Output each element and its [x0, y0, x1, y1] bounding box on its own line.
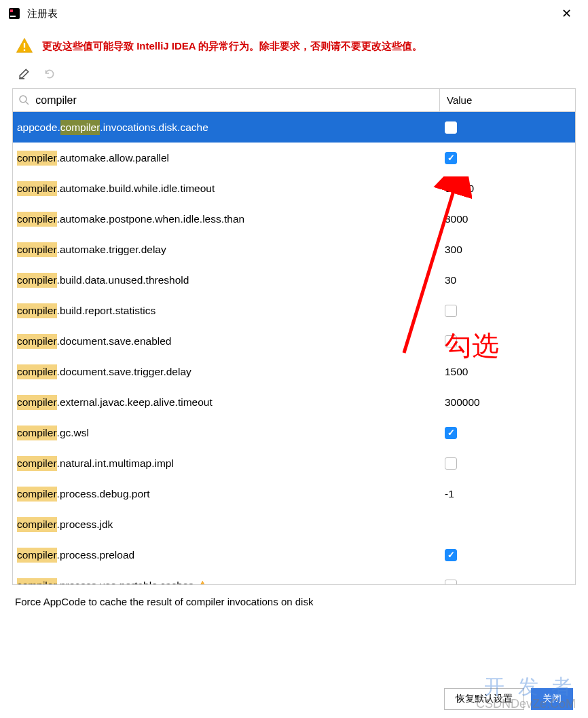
- match-highlight: compiler: [17, 456, 57, 471]
- value-cell[interactable]: 300000: [442, 396, 571, 409]
- undo-button: [41, 65, 57, 81]
- checkbox[interactable]: [445, 427, 457, 439]
- key-cell: appcode.compiler.invocations.disk.cache: [17, 120, 442, 135]
- key-cell: compiler.build.report.statistics: [17, 303, 442, 318]
- match-highlight: compiler: [17, 517, 57, 532]
- close-icon: ✕: [562, 6, 572, 21]
- value-cell[interactable]: -1: [442, 488, 571, 500]
- key-cell: compiler.natural.int.multimap.impl: [17, 456, 442, 471]
- match-highlight: compiler: [17, 303, 57, 318]
- value-cell[interactable]: [442, 580, 571, 585]
- svg-point-6: [20, 96, 26, 102]
- registry-table: Value appcode.compiler.invocations.disk.…: [12, 88, 576, 585]
- restore-defaults-button[interactable]: 恢复默认设置: [444, 688, 524, 710]
- key-cell: compiler.build.data.unused.threshold: [17, 273, 442, 288]
- value-cell[interactable]: 30: [442, 274, 571, 286]
- table-header: Value: [13, 89, 575, 112]
- checkbox[interactable]: [445, 121, 457, 134]
- key-cell: compiler.document.save.enabled: [17, 334, 442, 349]
- edit-button[interactable]: [16, 65, 33, 81]
- checkbox[interactable]: [445, 549, 457, 561]
- window-close-button[interactable]: ✕: [553, 3, 580, 24]
- app-icon: [8, 7, 20, 20]
- table-row[interactable]: compiler.gc.wsl: [13, 417, 575, 448]
- search-icon: [18, 94, 30, 107]
- match-highlight: compiler: [17, 395, 57, 410]
- table-row[interactable]: appcode.compiler.invocations.disk.cache: [13, 112, 575, 143]
- match-highlight: compiler: [17, 364, 57, 379]
- table-row[interactable]: compiler.process.debug.port-1: [13, 478, 575, 509]
- value-cell[interactable]: [442, 305, 571, 317]
- checkbox[interactable]: [445, 457, 457, 470]
- table-row[interactable]: compiler.document.save.enabled: [13, 326, 575, 356]
- match-highlight: compiler: [17, 487, 57, 502]
- table-body[interactable]: appcode.compiler.invocations.disk.cachec…: [13, 112, 575, 584]
- value-cell[interactable]: [442, 457, 571, 470]
- checkbox[interactable]: [445, 152, 457, 164]
- search-cell: [13, 89, 439, 111]
- checkbox[interactable]: [445, 580, 457, 585]
- value-column-header: Value: [439, 89, 575, 111]
- search-input[interactable]: [35, 94, 434, 107]
- table-row[interactable]: compiler.automake.postpone.when.idle.les…: [13, 204, 575, 234]
- match-highlight: compiler: [17, 212, 57, 227]
- table-row[interactable]: compiler.process.jdk: [13, 509, 575, 540]
- svg-rect-2: [10, 16, 16, 17]
- match-highlight: compiler: [17, 426, 57, 440]
- match-highlight: compiler: [17, 548, 57, 563]
- table-row[interactable]: compiler.automake.allow.parallel: [13, 143, 575, 173]
- key-cell: compiler.process.debug.port: [17, 487, 442, 502]
- value-cell[interactable]: [442, 549, 571, 561]
- warning-icon: [15, 37, 34, 56]
- value-cell[interactable]: [442, 121, 571, 134]
- key-cell: compiler.automake.allow.parallel: [17, 151, 442, 166]
- checkbox[interactable]: [445, 335, 457, 347]
- key-cell: compiler.external.javac.keep.alive.timeo…: [17, 395, 442, 410]
- value-cell[interactable]: [442, 152, 571, 164]
- key-cell: compiler.automake.trigger.delay: [17, 242, 442, 257]
- table-row[interactable]: compiler.build.report.statistics: [13, 295, 575, 326]
- table-row[interactable]: compiler.document.save.trigger.delay1500: [13, 356, 575, 387]
- titlebar: 注册表 ✕: [0, 0, 588, 27]
- value-cell[interactable]: [442, 335, 571, 347]
- toolbar: [0, 62, 588, 88]
- svg-rect-4: [24, 50, 25, 51]
- key-cell: compiler.document.save.trigger.delay: [17, 364, 442, 379]
- table-row[interactable]: compiler.process.preload: [13, 540, 575, 570]
- table-row[interactable]: compiler.build.data.unused.threshold30: [13, 265, 575, 295]
- key-cell: compiler.process.preload: [17, 548, 442, 563]
- window-title: 注册表: [27, 7, 58, 20]
- table-row[interactable]: compiler.automake.trigger.delay300: [13, 234, 575, 265]
- table-row[interactable]: compiler.automake.build.while.idle.timeo…: [13, 173, 575, 204]
- key-cell: compiler.process.jdk: [17, 517, 442, 532]
- table-row[interactable]: compiler.external.javac.keep.alive.timeo…: [13, 387, 575, 417]
- svg-line-7: [26, 102, 29, 105]
- table-row[interactable]: compiler.process.use.portable.caches⚠: [13, 570, 575, 584]
- svg-rect-1: [10, 10, 13, 12]
- value-cell[interactable]: 1500: [442, 366, 571, 378]
- value-cell[interactable]: 60000: [442, 183, 571, 195]
- match-highlight: compiler: [17, 578, 57, 585]
- match-highlight: compiler: [17, 242, 57, 257]
- value-cell[interactable]: 300: [442, 244, 571, 256]
- warning-marker-icon: ⚠: [198, 580, 207, 585]
- value-cell[interactable]: 3000: [442, 213, 571, 225]
- match-highlight: compiler: [17, 151, 57, 166]
- match-highlight: compiler: [17, 273, 57, 288]
- match-highlight: compiler: [60, 120, 100, 135]
- match-highlight: compiler: [17, 334, 57, 349]
- key-cell: compiler.process.use.portable.caches⚠: [17, 578, 442, 585]
- table-row[interactable]: compiler.natural.int.multimap.impl: [13, 448, 575, 478]
- value-cell[interactable]: [442, 427, 571, 439]
- warning-text: 更改这些值可能导致 IntelliJ IDEA 的异常行为。除非要求，否则请不要…: [42, 40, 422, 53]
- key-cell: compiler.automake.postpone.when.idle.les…: [17, 212, 442, 227]
- svg-rect-3: [24, 43, 25, 48]
- key-cell: compiler.gc.wsl: [17, 426, 442, 440]
- close-button[interactable]: 关闭: [531, 688, 573, 710]
- key-cell: compiler.automake.build.while.idle.timeo…: [17, 181, 442, 196]
- description-text: Force AppCode to cache the result of com…: [0, 585, 588, 618]
- match-highlight: compiler: [17, 181, 57, 196]
- footer: 恢复默认设置 关闭: [444, 688, 573, 710]
- checkbox[interactable]: [445, 305, 457, 317]
- warning-banner: 更改这些值可能导致 IntelliJ IDEA 的异常行为。除非要求，否则请不要…: [0, 27, 588, 62]
